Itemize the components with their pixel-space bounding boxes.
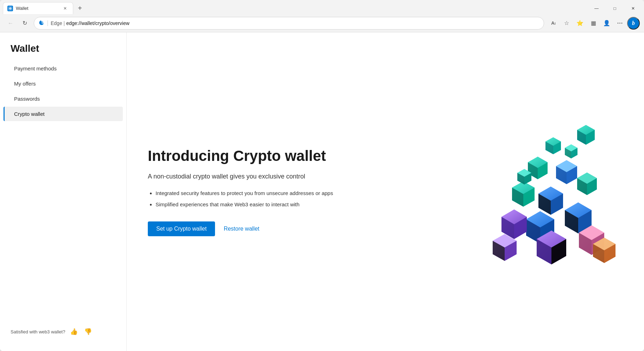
- refresh-icon: ↻: [23, 20, 27, 26]
- sidebar: Wallet Payment methods My offers Passwor…: [0, 32, 127, 351]
- thumbs-down-button[interactable]: 👎: [83, 326, 93, 337]
- add-to-favorites-button[interactable]: ⭐: [574, 17, 586, 30]
- back-icon: ←: [8, 20, 13, 26]
- thumbs-up-button[interactable]: 👍: [69, 326, 79, 337]
- profile-icon: 👤: [603, 20, 610, 26]
- setup-crypto-wallet-button[interactable]: Set up Crypto wallet: [148, 221, 215, 236]
- sidebar-item-my-offers[interactable]: My offers: [4, 76, 123, 91]
- window-controls: — □ ✕: [588, 3, 641, 14]
- toolbar: ← ↻ Edge | edge://wallet/crypto/overview…: [0, 14, 644, 32]
- feature-list: Integrated security features to protect …: [148, 189, 333, 209]
- address-separator: |: [64, 20, 67, 26]
- read-aloud-button[interactable]: Aᵢ: [547, 17, 560, 30]
- restore-wallet-button[interactable]: Restore wallet: [224, 226, 259, 232]
- feature-item-2: Simplified experiences that make Web3 ea…: [156, 201, 333, 209]
- feedback-row: Satisfied with web3 wallet? 👍 👎: [11, 326, 116, 337]
- edge-icon: [38, 19, 45, 27]
- main-heading: Introducing Crypto wallet: [148, 147, 333, 165]
- more-icon: ···: [617, 20, 623, 26]
- browser-frame: Wallet ✕ + — □ ✕ ← ↻ Edge |: [0, 0, 644, 351]
- toolbar-right: Aᵢ ☆ ⭐ ▦ 👤 ··· b: [547, 17, 640, 30]
- sidebar-footer: Satisfied with web3 wallet? 👍 👎: [0, 319, 126, 344]
- refresh-button[interactable]: ↻: [18, 17, 31, 30]
- close-button[interactable]: ✕: [625, 3, 641, 14]
- feedback-label: Satisfied with web3 wallet?: [11, 329, 65, 334]
- tab-favicon: [7, 6, 13, 11]
- main-panel: Introducing Crypto wallet A non-custodia…: [127, 32, 644, 351]
- content-left: Introducing Crypto wallet A non-custodia…: [148, 147, 333, 236]
- sidebar-item-passwords[interactable]: Passwords: [4, 92, 123, 106]
- read-aloud-icon: Aᵢ: [551, 20, 555, 26]
- address-bar[interactable]: Edge | edge://wallet/crypto/overview: [34, 17, 544, 30]
- content-area: Wallet Payment methods My offers Passwor…: [0, 32, 644, 351]
- bing-icon: b: [632, 20, 635, 26]
- edge-label: Edge: [51, 20, 62, 26]
- collections-icon: ▦: [591, 20, 596, 26]
- minimize-button[interactable]: —: [588, 3, 605, 14]
- add-favorites-icon: ⭐: [576, 20, 583, 26]
- new-tab-button[interactable]: +: [74, 2, 86, 14]
- tab-title: Wallet: [16, 6, 59, 11]
- sidebar-nav: Payment methods My offers Passwords Cryp…: [0, 61, 126, 121]
- thumbs-up-icon: 👍: [70, 328, 78, 335]
- crypto-visual: [475, 118, 623, 266]
- tab-bar: Wallet ✕ + — □ ✕: [0, 0, 644, 14]
- address-text: Edge | edge://wallet/crypto/overview: [51, 20, 539, 26]
- favorites-star-icon: ☆: [564, 20, 569, 26]
- tab-close-button[interactable]: ✕: [62, 5, 69, 12]
- address-bar-divider: [48, 20, 48, 26]
- crypto-cubes-illustration: [475, 118, 623, 266]
- active-tab[interactable]: Wallet ✕: [3, 2, 73, 14]
- bing-button[interactable]: b: [627, 17, 640, 30]
- main-subtitle: A non-custodial crypto wallet gives you …: [148, 172, 333, 181]
- feature-item-1: Integrated security features to protect …: [156, 189, 333, 198]
- action-buttons: Set up Crypto wallet Restore wallet: [148, 221, 333, 236]
- maximize-button[interactable]: □: [607, 3, 623, 14]
- more-menu-button[interactable]: ···: [614, 17, 626, 30]
- sidebar-item-crypto-wallet[interactable]: Crypto wallet: [4, 107, 123, 121]
- back-button[interactable]: ←: [4, 17, 17, 30]
- profile-button[interactable]: 👤: [600, 17, 613, 30]
- address-url: edge://wallet/crypto/overview: [66, 20, 130, 26]
- collections-button[interactable]: ▦: [587, 17, 600, 30]
- sidebar-item-payment-methods[interactable]: Payment methods: [4, 61, 123, 76]
- favorites-button[interactable]: ☆: [560, 17, 573, 30]
- sidebar-title: Wallet: [0, 39, 126, 61]
- thumbs-down-icon: 👎: [84, 328, 92, 335]
